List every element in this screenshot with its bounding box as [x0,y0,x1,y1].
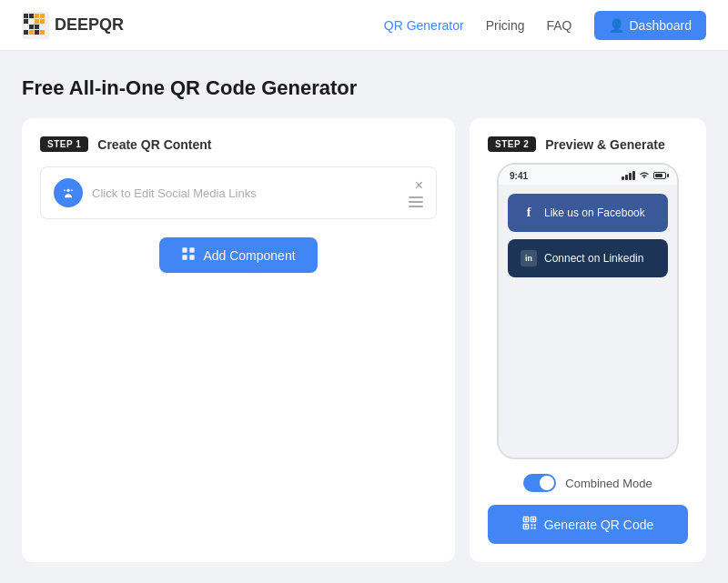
combined-mode-row: Combined Mode [488,474,688,492]
svg-rect-17 [183,247,187,252]
navbar: DEEPQR QR Generator Pricing FAQ 👤 Dashbo… [0,0,728,51]
social-icon [54,178,83,207]
logo: DEEPQR [22,12,124,39]
combined-mode-toggle[interactable] [523,474,556,492]
facebook-icon: f [521,205,537,221]
logo-icon [22,12,49,39]
step2-badge: STEP 2 [488,136,536,152]
svg-rect-5 [35,19,39,24]
signal-icon [622,171,635,180]
social-media-component[interactable]: Click to Edit Social Media Links × [40,166,437,219]
nav-pricing[interactable]: Pricing [486,18,525,33]
phone-linkedin-btn: in Connect on Linkedin [508,239,668,277]
page-title: Free All-in-One QR Code Generator [22,76,706,100]
svg-rect-7 [40,19,45,24]
step2-title: Preview & Generate [545,137,665,152]
phone-content: f Like us on Facebook in Connect on Link… [499,185,677,457]
svg-rect-26 [524,526,527,528]
battery-icon [653,172,666,179]
svg-rect-9 [35,25,39,29]
svg-rect-24 [531,518,534,521]
phone-mockup: 9:41 [497,163,679,459]
svg-rect-2 [24,19,28,24]
svg-rect-10 [24,30,28,35]
toggle-knob [540,476,554,490]
dashboard-button[interactable]: 👤 Dashboard [594,11,707,40]
nav-faq[interactable]: FAQ [546,18,571,33]
nav-qr-generator[interactable]: QR Generator [384,18,464,33]
svg-rect-3 [29,14,34,18]
main-content: Free All-in-One QR Code Generator STEP 1… [0,51,728,583]
generate-btn-label: Generate QR Code [544,518,654,532]
component-actions: × [409,178,423,207]
svg-rect-18 [190,247,195,252]
svg-rect-6 [40,14,45,18]
combined-mode-label: Combined Mode [565,477,652,490]
close-component-button[interactable]: × [415,178,423,193]
add-svg-icon [181,246,196,261]
add-component-button[interactable]: Add Component [159,237,317,273]
generate-qr-button[interactable]: Generate QR Code [488,505,688,544]
svg-point-16 [64,189,66,191]
add-component-label: Add Component [203,248,295,263]
component-placeholder: Click to Edit Social Media Links [92,186,257,200]
svg-rect-19 [183,255,187,259]
svg-rect-8 [29,25,34,29]
svg-rect-28 [533,524,535,526]
step1-title: Create QR Content [97,137,211,152]
facebook-btn-label: Like us on Facebook [544,206,645,219]
step2-header: STEP 2 Preview & Generate [488,136,688,152]
add-component-area: Add Component [40,237,437,273]
add-icon [181,246,196,264]
step1-badge: STEP 1 [40,136,88,152]
qr-generate-icon [522,516,537,533]
step1-card: STEP 1 Create QR Content Click to Edit S… [22,118,455,562]
svg-rect-27 [531,524,532,526]
svg-rect-12 [35,30,39,35]
linkedin-icon: in [521,250,537,266]
svg-rect-30 [533,528,535,529]
step2-card: STEP 2 Preview & Generate 9:41 [470,118,706,562]
phone-status-bar: 9:41 [499,165,677,185]
wifi-icon [639,170,650,181]
social-media-icon [61,186,76,200]
svg-rect-11 [29,30,34,35]
component-left: Click to Edit Social Media Links [54,178,257,207]
drag-handle[interactable] [409,196,423,207]
linkedin-btn-label: Connect on Linkedin [544,252,643,265]
step1-header: STEP 1 Create QR Content [40,136,437,152]
navbar-links: QR Generator Pricing FAQ 👤 Dashboard [384,11,706,40]
phone-time: 9:41 [510,171,528,181]
svg-rect-29 [531,528,532,529]
svg-rect-22 [524,518,527,521]
svg-point-14 [66,189,69,192]
svg-rect-13 [40,30,45,35]
phone-facebook-btn: f Like us on Facebook [508,194,668,232]
svg-rect-1 [24,14,28,18]
svg-point-15 [71,189,73,191]
svg-rect-20 [190,255,195,259]
user-icon: 👤 [609,18,624,33]
two-col-layout: STEP 1 Create QR Content Click to Edit S… [22,118,706,562]
phone-status-icons [622,170,666,181]
svg-rect-4 [35,14,39,18]
logo-text: DEEPQR [55,15,124,35]
